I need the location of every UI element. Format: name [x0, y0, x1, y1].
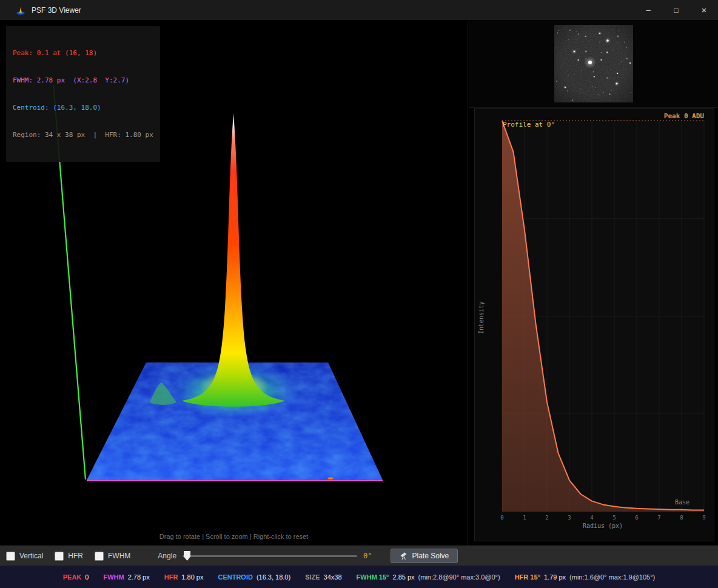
plate-solve-label: Plate Solve [412, 552, 449, 560]
hfr-checkbox-label: HFR [68, 552, 83, 560]
y-axis-label: Intensity [478, 301, 485, 334]
overlay-region-line: Region: 34 x 38 px | HFR: 1.80 px [13, 130, 153, 139]
x-tick-labels: 0123456789 [500, 515, 705, 521]
status-size: SIZE 34x38 [305, 573, 341, 581]
status-hfr: HFR 1.80 px [164, 573, 204, 581]
psf-info-overlay: Peak: 0.1 at (16, 18) FWHM: 2.78 px (X:2… [6, 26, 160, 162]
minimize-button[interactable]: – [634, 0, 662, 20]
fwhm-checkbox[interactable]: FWHM [95, 552, 130, 561]
statusbar: PEAK 0 FWHM 2.78 px HFR 1.80 px CENTROID… [0, 566, 718, 588]
svg-text:3: 3 [568, 515, 571, 521]
svg-text:6: 6 [635, 515, 638, 521]
angle-slider-thumb[interactable] [184, 551, 190, 561]
status-centroid: CENTROID (16.3, 18.0) [218, 573, 290, 581]
titlebar: PSF 3D Viewer – □ × [0, 0, 718, 20]
svg-text:7: 7 [657, 515, 660, 521]
angle-slider-track[interactable] [183, 555, 357, 557]
bottom-toolbar: Vertical HFR FWHM Angle 0° Plate Solve [0, 546, 718, 566]
psf-3d-viewport: Peak: 0.1 at (16, 18) FWHM: 2.78 px (X:2… [0, 20, 468, 546]
angle-slider[interactable] [183, 551, 357, 561]
maximize-button[interactable]: □ [662, 0, 690, 20]
vertical-checkbox-label: Vertical [19, 552, 43, 560]
radial-profile-chart: 0123456789 Radius (px) Intensity [475, 109, 714, 541]
angle-label: Angle [158, 552, 176, 560]
angle-value: 0° [363, 552, 372, 560]
svg-text:4: 4 [590, 515, 593, 521]
svg-text:2: 2 [545, 515, 548, 521]
profile-angle-label: Profile at 0° [503, 121, 555, 129]
overlay-peak-line: Peak: 0.1 at (16, 18) [13, 48, 153, 58]
status-fwhm-15: FWHM 15° 2.85 px (min:2.8@90° max:3.0@0°… [357, 573, 500, 581]
svg-text:8: 8 [680, 515, 683, 521]
svg-text:5: 5 [612, 515, 616, 521]
hfr-checkbox[interactable]: HFR [55, 552, 83, 561]
fwhm-checkbox-box[interactable] [95, 552, 104, 561]
hot-pixel [328, 477, 334, 479]
close-button[interactable]: × [690, 0, 718, 20]
radial-profile-panel: 0123456789 Radius (px) Intensity Peak 0 … [474, 108, 714, 541]
plate-solve-button[interactable]: Plate Solve [391, 549, 458, 563]
app-icon [16, 5, 25, 15]
svg-text:1: 1 [523, 515, 526, 521]
viewport-hint-text: Drag to rotate | Scroll to zoom | Right-… [0, 533, 468, 540]
vertical-checkbox-box[interactable] [6, 552, 15, 561]
fwhm-checkbox-label: FWHM [108, 552, 130, 560]
svg-text:0: 0 [500, 515, 503, 521]
overlay-centroid-line: Centroid: (16.3, 18.0) [13, 103, 153, 112]
plate-solve-icon [400, 552, 408, 560]
peak-adu-label: Peak 0 ADU [664, 112, 704, 120]
status-peak: PEAK 0 [63, 573, 89, 581]
hfr-checkbox-box[interactable] [55, 552, 64, 561]
base-level-label: Base [675, 499, 689, 506]
star-thumbnail-panel [469, 20, 718, 108]
vertical-checkbox[interactable]: Vertical [6, 552, 43, 561]
overlay-fwhm-line: FWHM: 2.78 px (X:2.8 Y:2.7) [13, 76, 153, 85]
star-field-thumbnail [554, 25, 633, 102]
x-axis-label: Radius (px) [583, 523, 623, 529]
status-fwhm: FWHM 2.78 px [103, 573, 149, 581]
window-title: PSF 3D Viewer [32, 6, 81, 15]
svg-text:9: 9 [702, 515, 705, 521]
status-hfr-15: HFR 15° 1.79 px (min:1.6@0° max:1.9@105°… [515, 573, 656, 581]
